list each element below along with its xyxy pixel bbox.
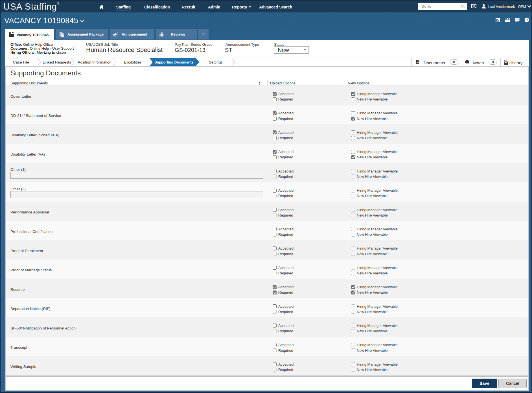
svg-text:?: ? [526,18,528,22]
